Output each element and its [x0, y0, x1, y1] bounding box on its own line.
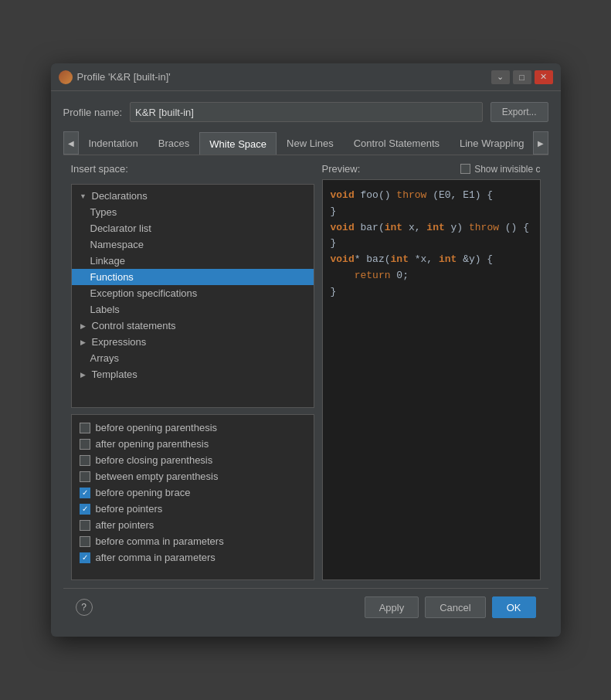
dialog-content: Profile name: Export... ◀ Indentation Br… — [51, 91, 561, 637]
tab-indentation[interactable]: Indentation — [79, 131, 148, 155]
before-close-paren-checkbox[interactable] — [80, 455, 90, 466]
tree-panel: ▼ Declarations Types Declarator list Nam… — [71, 184, 314, 408]
checkbox-before-open-brace: before opening brace — [75, 484, 311, 501]
left-panel: Insert space: ▼ Declarations Types Decla… — [71, 163, 314, 580]
cancel-button[interactable]: Cancel — [425, 596, 485, 618]
tree-label: Declarator list — [90, 223, 151, 234]
tree-item-declarator-list[interactable]: Declarator list — [72, 220, 314, 236]
after-pointers-checkbox[interactable] — [80, 520, 90, 531]
after-open-paren-checkbox[interactable] — [80, 439, 90, 450]
after-comma-params-checkbox[interactable] — [80, 552, 90, 563]
profile-label: Profile name: — [63, 107, 123, 118]
checkbox-before-open-paren: before opening parenthesis — [75, 420, 311, 436]
after-comma-params-label: after comma in parameters — [96, 552, 216, 563]
before-pointers-label: before pointers — [96, 503, 163, 515]
ok-button[interactable]: OK — [492, 596, 536, 618]
checkbox-before-pointers: before pointers — [75, 501, 311, 517]
tree-label: Arrays — [90, 352, 120, 364]
tree-item-linkage[interactable]: Linkage — [72, 253, 314, 269]
tree-label: Control statements — [92, 320, 176, 331]
code-preview: void foo() throw (E0, E1) { } void bar(i… — [322, 179, 541, 580]
tab-braces[interactable]: Braces — [148, 131, 199, 155]
between-empty-paren-label: between empty parenthesis — [96, 471, 219, 482]
tree-item-namespace[interactable]: Namespace — [72, 236, 314, 253]
code-line-2: } — [331, 204, 532, 220]
checkbox-after-comma-params: after comma in parameters — [75, 549, 311, 566]
tree-label: Expressions — [92, 336, 147, 348]
show-invisible-label: Show invisible c — [474, 164, 540, 175]
profile-name-input[interactable] — [130, 102, 483, 122]
tree-item-types[interactable]: Types — [72, 204, 314, 220]
tabs-bar: ◀ Indentation Braces White Space New Lin… — [63, 131, 548, 155]
before-open-brace-checkbox[interactable] — [80, 488, 90, 498]
minimize-button[interactable]: ⌄ — [491, 70, 510, 84]
tab-whitespace[interactable]: White Space — [199, 132, 277, 155]
code-line-6: return 0; — [331, 268, 532, 284]
checkbox-after-pointers: after pointers — [75, 517, 311, 533]
tree-item-templates[interactable]: ▶ Templates — [72, 366, 314, 382]
code-line-1: void foo() throw (E0, E1) { — [331, 188, 532, 204]
checkbox-before-close-paren: before closing parenthesis — [75, 452, 311, 468]
code-line-3: void bar(int x, int y) throw () { — [331, 220, 532, 236]
chevron-right-icon: ▶ — [78, 369, 89, 380]
tree-item-labels[interactable]: Labels — [72, 301, 314, 318]
titlebar: Profile 'K&R [built-in]' ⌄ □ ✕ — [51, 63, 561, 91]
preview-label: Preview: — [322, 163, 361, 175]
tree-item-exception-specs[interactable]: Exception specifications — [72, 285, 314, 301]
main-area: Insert space: ▼ Declarations Types Decla… — [63, 155, 548, 588]
before-comma-params-label: before comma in parameters — [96, 535, 224, 547]
tree-item-control-statements[interactable]: ▶ Control statements — [72, 318, 314, 334]
preview-header: Preview: Show invisible c — [322, 163, 541, 175]
tree-item-expressions[interactable]: ▶ Expressions — [72, 334, 314, 350]
checkbox-before-comma-params: before comma in parameters — [75, 533, 311, 549]
insert-space-label: Insert space: — [71, 163, 314, 175]
window-title: Profile 'K&R [built-in]' — [77, 71, 171, 83]
bottom-buttons: Apply Cancel OK — [365, 596, 536, 618]
tab-newlines[interactable]: New Lines — [277, 131, 344, 155]
before-open-paren-label: before opening parenthesis — [96, 422, 218, 433]
checkbox-between-empty-paren: between empty parenthesis — [75, 468, 311, 484]
before-open-paren-checkbox[interactable] — [80, 423, 90, 433]
tree-label: Templates — [92, 369, 137, 380]
tree-item-functions[interactable]: Functions — [72, 269, 314, 285]
after-pointers-label: after pointers — [96, 519, 154, 531]
tree-label: Exception specifications — [90, 287, 198, 299]
right-panel: Preview: Show invisible c void foo() thr… — [314, 163, 541, 580]
close-button[interactable]: ✕ — [535, 70, 553, 84]
checkbox-after-open-paren: after opening parenthesis — [75, 436, 311, 452]
export-button[interactable]: Export... — [490, 102, 548, 122]
bottom-bar: ? Apply Cancel OK — [63, 588, 548, 626]
chevron-down-icon: ▼ — [78, 191, 89, 202]
tree-item-declarations[interactable]: ▼ Declarations — [72, 188, 314, 204]
tree-label: Labels — [90, 304, 120, 315]
tabs-next-button[interactable]: ▶ — [533, 131, 548, 155]
tab-linewrapping[interactable]: Line Wrapping — [450, 131, 533, 155]
tree-label: Namespace — [90, 239, 144, 250]
help-button[interactable]: ? — [76, 599, 93, 616]
before-pointers-checkbox[interactable] — [80, 504, 90, 515]
before-close-paren-label: before closing parenthesis — [96, 454, 213, 466]
chevron-right-icon: ▶ — [78, 321, 89, 331]
apply-button[interactable]: Apply — [365, 596, 419, 618]
tree-label: Functions — [90, 271, 134, 283]
chevron-right-icon: ▶ — [78, 337, 89, 348]
code-line-5: void* baz(int *x, int &y) { — [331, 252, 532, 268]
main-window: Profile 'K&R [built-in]' ⌄ □ ✕ Profile n… — [51, 63, 561, 637]
tree-item-arrays[interactable]: Arrays — [72, 350, 314, 366]
tabs-prev-button[interactable]: ◀ — [63, 131, 79, 155]
before-comma-params-checkbox[interactable] — [80, 536, 90, 547]
maximize-button[interactable]: □ — [513, 70, 531, 84]
checkboxes-panel: before opening parenthesis after opening… — [71, 414, 314, 580]
before-open-brace-label: before opening brace — [96, 487, 191, 498]
show-invisible-row: Show invisible c — [460, 164, 540, 175]
profile-row: Profile name: Export... — [63, 102, 548, 122]
code-line-4: } — [331, 236, 532, 252]
app-icon — [59, 70, 73, 84]
between-empty-paren-checkbox[interactable] — [80, 471, 90, 482]
after-open-paren-label: after opening parenthesis — [96, 438, 209, 450]
tab-control[interactable]: Control Statements — [344, 131, 450, 155]
titlebar-controls: ⌄ □ ✕ — [491, 70, 553, 84]
tabs-scroll: Indentation Braces White Space New Lines… — [79, 131, 533, 155]
show-invisible-checkbox[interactable] — [460, 164, 470, 174]
tree-label: Types — [90, 206, 117, 218]
